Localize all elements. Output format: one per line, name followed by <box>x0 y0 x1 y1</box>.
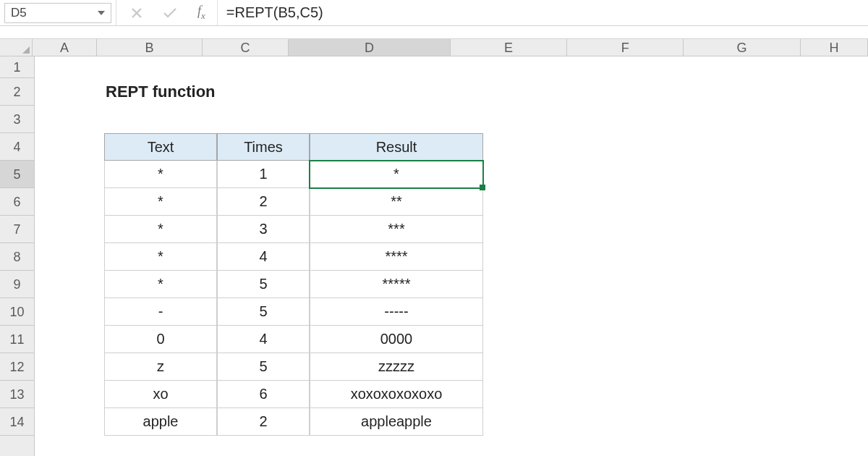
row-header-7[interactable]: 7 <box>0 216 34 243</box>
col-header-B[interactable]: B <box>97 39 202 56</box>
formula-button-group: fx <box>116 0 217 25</box>
cell-B14[interactable]: apple <box>104 408 217 436</box>
cell-D6[interactable]: ** <box>310 188 483 216</box>
col-header-D[interactable]: D <box>289 39 451 56</box>
cell-D5[interactable]: * <box>310 161 483 188</box>
cell-C8[interactable]: 4 <box>217 243 310 271</box>
col-header-H[interactable]: H <box>801 39 868 56</box>
cell-D10[interactable]: ----- <box>310 298 483 326</box>
cell-C7[interactable]: 3 <box>217 216 310 243</box>
cell-C5[interactable]: 1 <box>217 161 310 188</box>
cell-B8[interactable]: * <box>104 243 217 271</box>
page-title: REPT function <box>104 78 483 106</box>
table-header-times[interactable]: Times <box>217 133 310 161</box>
row-header-4[interactable]: 4 <box>0 133 34 161</box>
cell-C13[interactable]: 6 <box>217 381 310 408</box>
cell-C14[interactable]: 2 <box>217 408 310 436</box>
row-header-12[interactable]: 12 <box>0 353 34 381</box>
cell-B11[interactable]: 0 <box>104 326 217 353</box>
formula-bar: D5 fx <box>0 0 868 26</box>
row-header-2[interactable]: 2 <box>0 78 34 106</box>
formula-input[interactable] <box>226 4 859 21</box>
column-header-row: A B C D E F G H <box>0 39 868 56</box>
name-box-value: D5 <box>11 6 27 20</box>
row-header-8[interactable]: 8 <box>0 243 34 271</box>
col-header-F[interactable]: F <box>567 39 684 56</box>
cell-B10[interactable]: - <box>104 298 217 326</box>
row-header-3[interactable]: 3 <box>0 106 34 133</box>
cell-B7[interactable]: * <box>104 216 217 243</box>
select-all-button[interactable] <box>0 39 33 56</box>
confirm-formula-icon <box>163 7 177 19</box>
cell-B13[interactable]: xo <box>104 381 217 408</box>
cell-C9[interactable]: 5 <box>217 271 310 298</box>
cell-D13[interactable]: xoxoxoxoxoxo <box>310 381 483 408</box>
row-header-11[interactable]: 11 <box>0 326 34 353</box>
table-header-result[interactable]: Result <box>310 133 483 161</box>
cancel-formula-icon <box>131 7 142 19</box>
grid-body: 1234567891011121314 REPT functionTextTim… <box>0 56 868 456</box>
cell-C6[interactable]: 2 <box>217 188 310 216</box>
row-header-column: 1234567891011121314 <box>0 56 35 456</box>
row-header-5[interactable]: 5 <box>0 161 34 188</box>
col-header-E[interactable]: E <box>451 39 567 56</box>
cell-area[interactable]: REPT functionTextTimesResult*1**2***3***… <box>35 56 868 456</box>
cell-D7[interactable]: *** <box>310 216 483 243</box>
cell-D11[interactable]: 0000 <box>310 326 483 353</box>
formula-input-wrap <box>217 0 868 25</box>
row-header-1[interactable]: 1 <box>0 56 34 78</box>
cell-B9[interactable]: * <box>104 271 217 298</box>
col-header-G[interactable]: G <box>684 39 800 56</box>
cell-D8[interactable]: **** <box>310 243 483 271</box>
table-header-text[interactable]: Text <box>104 133 217 161</box>
col-header-C[interactable]: C <box>203 39 289 56</box>
row-header-10[interactable]: 10 <box>0 298 34 326</box>
col-header-A[interactable]: A <box>33 39 98 56</box>
cell-D14[interactable]: appleapple <box>310 408 483 436</box>
insert-function-icon[interactable]: fx <box>197 4 205 22</box>
chevron-down-icon[interactable] <box>98 11 105 15</box>
cell-D12[interactable]: zzzzz <box>310 353 483 381</box>
cell-B12[interactable]: z <box>104 353 217 381</box>
cell-C10[interactable]: 5 <box>217 298 310 326</box>
row-header-6[interactable]: 6 <box>0 188 34 216</box>
name-box[interactable]: D5 <box>4 3 111 23</box>
row-header-9[interactable]: 9 <box>0 271 34 298</box>
cell-C11[interactable]: 4 <box>217 326 310 353</box>
cell-B5[interactable]: * <box>104 161 217 188</box>
row-header-14[interactable]: 14 <box>0 408 34 436</box>
cell-D9[interactable]: ***** <box>310 271 483 298</box>
separator <box>0 26 868 39</box>
cell-B6[interactable]: * <box>104 188 217 216</box>
cell-C12[interactable]: 5 <box>217 353 310 381</box>
row-header-13[interactable]: 13 <box>0 381 34 408</box>
